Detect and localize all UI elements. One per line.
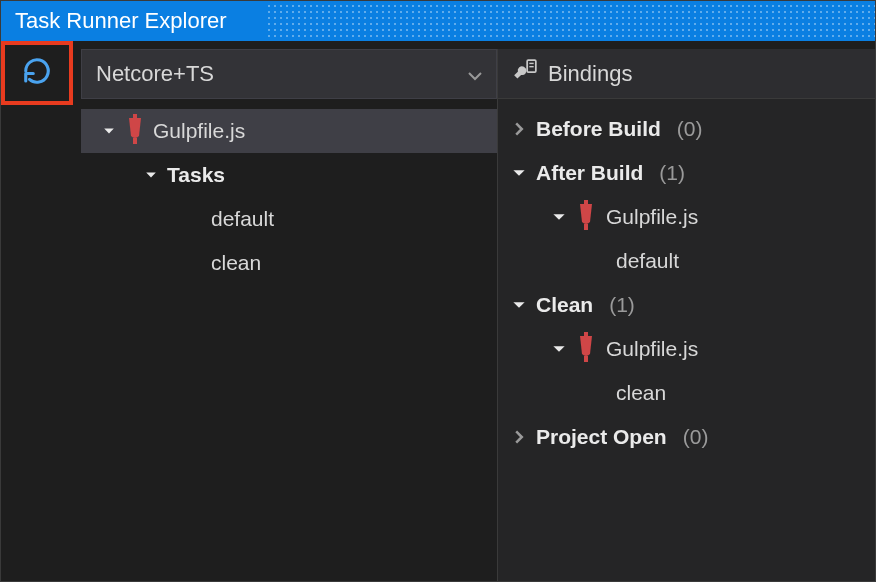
svg-rect-8 xyxy=(584,356,588,362)
expander-closed-icon[interactable] xyxy=(512,425,526,449)
refresh-highlight-box xyxy=(1,41,73,105)
gulp-icon xyxy=(125,114,145,149)
gulp-icon xyxy=(576,332,596,367)
gulp-icon xyxy=(576,200,596,235)
bindings-header: Bindings xyxy=(498,49,875,99)
binding-group[interactable]: After Build (1) xyxy=(498,151,875,195)
task-label: clean xyxy=(211,251,261,275)
binding-file-node[interactable]: Gulpfile.js xyxy=(498,327,875,371)
binding-task-item[interactable]: default xyxy=(498,239,875,283)
expander-open-icon[interactable] xyxy=(512,293,526,317)
toolbar-column xyxy=(1,41,81,581)
expander-open-icon[interactable] xyxy=(552,337,566,361)
window-titlebar: Task Runner Explorer xyxy=(1,1,875,41)
svg-rect-0 xyxy=(133,114,137,119)
binding-group[interactable]: Before Build (0) xyxy=(498,107,875,151)
tree-file-node[interactable]: Gulpfile.js xyxy=(81,109,497,153)
expander-closed-icon[interactable] xyxy=(512,117,526,141)
task-label: default xyxy=(211,207,274,231)
project-dropdown[interactable]: Netcore+TS xyxy=(81,49,497,99)
task-tree-panel: Netcore+TS Gulpfile.js xyxy=(81,41,497,581)
bindings-title: Bindings xyxy=(548,61,632,87)
project-dropdown-value: Netcore+TS xyxy=(96,61,214,87)
binding-file-node[interactable]: Gulpfile.js xyxy=(498,195,875,239)
svg-rect-7 xyxy=(584,332,588,337)
content-area: Netcore+TS Gulpfile.js xyxy=(1,41,875,581)
binding-group-count: (1) xyxy=(659,161,685,185)
bindings-tree: Before Build (0) After Build (1) xyxy=(498,99,875,467)
binding-task-label: default xyxy=(616,249,679,273)
binding-task-item[interactable]: clean xyxy=(498,371,875,415)
svg-rect-1 xyxy=(133,138,137,144)
task-tree: Gulpfile.js Tasks default clean xyxy=(81,99,497,285)
bindings-panel: Bindings Before Build (0) After Build (1… xyxy=(497,49,875,581)
binding-file-label: Gulpfile.js xyxy=(606,205,698,229)
tree-file-label: Gulpfile.js xyxy=(153,119,245,143)
binding-group-label: Project Open xyxy=(536,425,667,449)
refresh-icon[interactable] xyxy=(22,56,52,91)
expander-open-icon[interactable] xyxy=(101,123,117,139)
binding-group[interactable]: Clean (1) xyxy=(498,283,875,327)
window-title: Task Runner Explorer xyxy=(15,8,227,34)
svg-rect-5 xyxy=(584,200,588,205)
chevron-down-icon xyxy=(468,61,482,87)
binding-task-label: clean xyxy=(616,381,666,405)
binding-file-label: Gulpfile.js xyxy=(606,337,698,361)
svg-rect-6 xyxy=(584,224,588,230)
titlebar-grip xyxy=(266,1,875,41)
binding-group-count: (0) xyxy=(677,117,703,141)
wrench-icon xyxy=(512,58,538,90)
expander-open-icon[interactable] xyxy=(552,205,566,229)
binding-group-label: Clean xyxy=(536,293,593,317)
binding-group-label: After Build xyxy=(536,161,643,185)
binding-group-count: (1) xyxy=(609,293,635,317)
tree-tasks-node[interactable]: Tasks xyxy=(81,153,497,197)
expander-open-icon[interactable] xyxy=(512,161,526,185)
expander-open-icon[interactable] xyxy=(143,167,159,183)
binding-group[interactable]: Project Open (0) xyxy=(498,415,875,459)
tree-task-item[interactable]: default xyxy=(81,197,497,241)
tree-task-item[interactable]: clean xyxy=(81,241,497,285)
binding-group-label: Before Build xyxy=(536,117,661,141)
tree-tasks-label: Tasks xyxy=(167,163,225,187)
binding-group-count: (0) xyxy=(683,425,709,449)
